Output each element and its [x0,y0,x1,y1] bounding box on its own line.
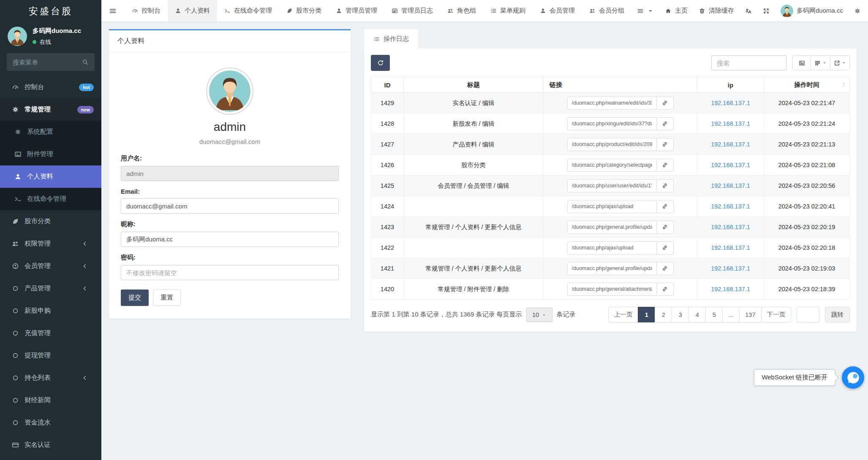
ip-link[interactable]: 192.168.137.1 [711,244,750,251]
ip-link[interactable]: 192.168.137.1 [711,100,750,106]
ip-link[interactable]: 192.168.137.1 [711,224,750,230]
sidebar-item[interactable]: 充值管理 [0,322,101,344]
open-link-button[interactable] [657,262,674,275]
pagination-button[interactable]: 3 [672,307,689,322]
tab-list-dropdown[interactable] [631,0,659,22]
log-url-input[interactable] [567,262,657,275]
ip-link[interactable]: 192.168.137.1 [711,203,750,210]
pagination-button[interactable]: 1 [638,307,655,322]
open-link-button[interactable] [657,200,674,213]
topnav-tab[interactable]: 管理员日志 [384,0,440,22]
log-time: 2024-05-23 02:19:03 [764,258,850,279]
sidebar-item[interactable]: 持仓列表 [0,367,101,389]
topnav-tab[interactable]: 个人资料 [168,0,217,22]
log-url-input[interactable] [567,241,657,254]
columns-button[interactable] [811,55,830,70]
sidebar-item[interactable]: 提现管理 [0,344,101,367]
sidebar-item[interactable]: 权限管理 [0,233,101,255]
sidebar-item[interactable]: 系统配置 [0,121,101,143]
sidebar-item[interactable]: 产品管理 [0,277,101,300]
link-icon [662,203,668,209]
topnav-tab[interactable]: 管理员管理 [329,0,384,22]
profile-panel-title: 个人资料 [109,30,351,52]
detail-view-button[interactable] [792,55,811,70]
topnav-tab[interactable]: 会员分组 [582,0,631,22]
home-link[interactable]: 主页 [659,0,693,22]
page-jump-input[interactable] [797,307,819,322]
per-page-select[interactable]: 10 [526,308,552,322]
column-header[interactable]: 操作时间 [764,77,850,93]
clear-cache-link[interactable]: 清除缓存 [693,0,740,22]
sidebar: 安盛台股 多码网duoma.cc 在线 控制台 hot 常规管理 new 系统配… [0,0,101,460]
log-url-input[interactable] [567,283,657,296]
page-jump-button[interactable]: 跳转 [825,307,850,322]
reset-button[interactable]: 重置 [153,290,181,306]
navbar-user[interactable]: 多码网duoma.cc [775,0,849,22]
log-url-input[interactable] [567,138,657,151]
sort-icon[interactable] [841,82,846,88]
ip-link[interactable]: 192.168.137.1 [711,182,750,189]
pagination-button[interactable]: 5 [705,307,723,322]
sidebar-item[interactable]: 会员管理 [0,255,101,277]
refresh-button[interactable] [371,55,390,71]
sidebar-item[interactable]: 财经新闻 [0,389,101,411]
pagination-button[interactable]: 4 [688,307,706,322]
sidebar-item[interactable]: 实名认证 [0,434,101,456]
ip-link[interactable]: 192.168.137.1 [711,265,750,272]
log-url-input[interactable] [567,221,657,234]
submit-button[interactable]: 提交 [121,290,149,306]
log-url-input[interactable] [567,159,657,172]
pagination-button[interactable]: 137 [739,307,761,322]
open-link-button[interactable] [657,117,674,130]
language-button[interactable] [740,0,757,22]
topnav-tab[interactable]: 股市分类 [279,0,329,22]
log-search-input[interactable] [711,55,786,70]
menu-toggle-button[interactable] [101,0,125,22]
fullscreen-button[interactable] [757,0,775,22]
sidebar-item[interactable]: 个人资料 [0,165,101,188]
open-link-button[interactable] [657,241,674,254]
open-link-button[interactable] [657,97,674,110]
log-url-input[interactable] [567,117,657,130]
sidebar-item[interactable]: 在线命令管理 [0,188,101,210]
user-avatar[interactable] [8,27,27,46]
ip-link[interactable]: 192.168.137.1 [711,141,750,148]
topnav-tab[interactable]: 控制台 [125,0,168,22]
export-button[interactable] [830,55,850,70]
ip-link[interactable]: 192.168.137.1 [711,120,750,127]
topnav-tab[interactable]: 角色组 [440,0,483,22]
pagination-button[interactable]: 下一页 [761,307,792,322]
tab-operation-log[interactable]: 操作日志 [364,29,418,49]
sidebar-item[interactable]: 附件管理 [0,143,101,165]
open-link-button[interactable] [657,179,674,192]
open-link-button[interactable] [657,138,674,151]
table-row: 1421 常规管理 / 个人资料 / 更新个人信息 192.168.137.1 … [371,258,850,279]
pagination-button[interactable]: 上一页 [608,307,639,322]
pagination-button[interactable]: 2 [655,307,672,322]
profile-avatar[interactable] [206,68,253,115]
nickname-input[interactable] [121,232,339,247]
sidebar-item[interactable]: 控制台 hot [0,76,101,98]
ip-link[interactable]: 192.168.137.1 [711,162,750,168]
open-link-button[interactable] [657,283,674,296]
sidebar-item[interactable]: 新股申购 [0,300,101,322]
email-input[interactable] [121,198,339,214]
topnav-tab[interactable]: 会员管理 [533,0,582,22]
sidebar-item[interactable]: 股市分类 [0,210,101,233]
topnav-tab[interactable]: 在线命令管理 [217,0,279,22]
password-input[interactable] [121,265,339,280]
open-link-button[interactable] [657,221,674,234]
log-url-input[interactable] [567,179,657,192]
column-header[interactable]: ip [697,77,764,93]
log-url-input[interactable] [567,97,657,110]
ip-link[interactable]: 192.168.137.1 [711,286,750,292]
sidebar-item[interactable]: 常规管理 new [0,98,101,121]
open-link-button[interactable] [657,159,674,172]
settings-button[interactable] [849,0,866,22]
topnav-tab[interactable]: 菜单规则 [483,0,533,22]
sidebar-item[interactable]: 资金流水 [0,411,101,434]
terminal-icon [13,195,23,203]
log-url-input[interactable] [567,200,657,213]
chat-button[interactable] [842,366,864,389]
menu-search-input[interactable] [13,59,82,66]
